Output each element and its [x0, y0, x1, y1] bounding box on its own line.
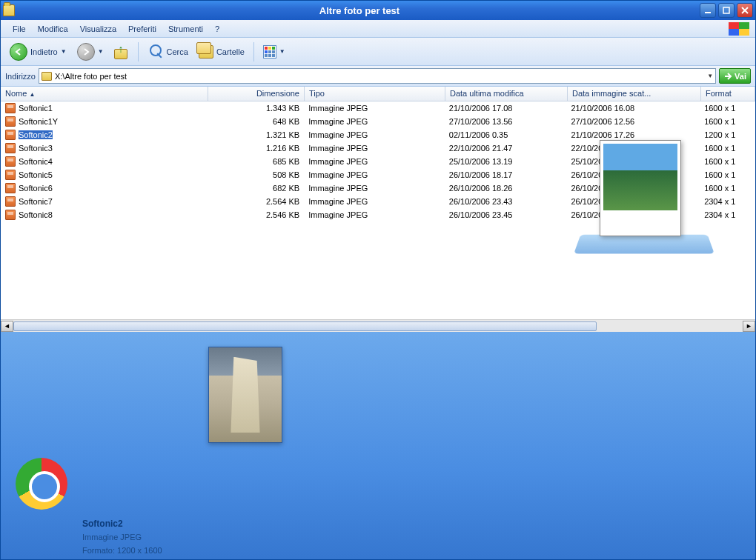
file-type: Immagine JPEG [304, 197, 445, 206]
views-dropdown-icon[interactable]: ▼ [279, 48, 285, 55]
horizontal-scrollbar[interactable]: ◄ ► [1, 319, 755, 332]
thumbnail-tooltip [577, 140, 711, 259]
scroll-right-button[interactable]: ► [743, 321, 755, 332]
file-date-mod: 26/10/2006 23.45 [445, 210, 567, 219]
col-data-img[interactable]: Data immagine scat... [568, 87, 701, 101]
search-button[interactable]: Cerca [143, 41, 193, 63]
sort-asc-icon: ▲ [29, 91, 35, 98]
file-date-img: 27/10/2006 12.56 [566, 117, 700, 126]
image-file-icon [5, 143, 16, 153]
scroll-track[interactable] [13, 321, 743, 332]
back-dropdown-icon[interactable]: ▼ [61, 48, 67, 55]
col-formato[interactable]: Format [701, 87, 755, 101]
views-icon [263, 45, 276, 59]
file-size: 508 KB [208, 170, 304, 179]
file-type: Immagine JPEG [304, 104, 445, 113]
up-button[interactable]: ↑ [110, 41, 133, 62]
folders-button[interactable]: Cartelle [194, 42, 249, 61]
col-nome[interactable]: Nome ▲ [1, 87, 208, 101]
file-format: 1600 x 1 [700, 104, 755, 113]
file-name: Softonic1Y [19, 117, 58, 126]
image-file-icon [5, 130, 16, 140]
file-size: 1.343 KB [208, 104, 304, 113]
file-name: Softonic3 [19, 144, 53, 153]
details-title: Softonic2 [82, 517, 273, 530]
file-date-mod: 22/10/2006 21.47 [445, 144, 567, 153]
minimize-button[interactable] [700, 3, 716, 18]
maximize-button[interactable] [718, 3, 735, 18]
back-label: Indietro [30, 47, 58, 56]
titlebar: Altre foto per test [1, 1, 755, 20]
menu-visualizza[interactable]: Visualizza [74, 22, 122, 36]
details-thumbnail [208, 347, 282, 443]
menu-file[interactable]: File [7, 22, 32, 36]
forward-dropdown-icon[interactable]: ▼ [98, 48, 104, 55]
file-name: Softonic6 [19, 184, 53, 193]
toolbar-separator [253, 42, 254, 61]
file-name: Softonic1 [19, 104, 53, 113]
windows-flag-icon[interactable] [729, 22, 749, 36]
file-date-mod: 25/10/2006 13.19 [445, 157, 567, 166]
forward-icon [77, 43, 95, 61]
file-name: Softonic7 [19, 197, 53, 206]
menu-help[interactable]: ? [209, 22, 225, 36]
scroll-left-button[interactable]: ◄ [1, 321, 13, 332]
folders-icon [199, 45, 213, 59]
file-list[interactable]: Softonic11.343 KBImmagine JPEG21/10/2006… [1, 101, 755, 319]
views-button[interactable]: ▼ [259, 42, 290, 61]
image-file-icon [5, 156, 16, 167]
address-input[interactable] [55, 72, 704, 81]
file-date-img: 21/10/2006 16.08 [566, 104, 700, 113]
file-type: Immagine JPEG [304, 117, 445, 126]
file-date-mod: 26/10/2006 18.26 [445, 184, 567, 193]
chrome-icon [16, 458, 67, 510]
go-button[interactable]: Vai [719, 68, 751, 84]
back-button[interactable]: Indietro ▼ [5, 40, 71, 64]
col-dimensione[interactable]: Dimensione [208, 87, 305, 101]
file-size: 2.546 KB [208, 210, 304, 219]
details-pane: Softonic2 Immagine JPEG Formato: 1200 x … [1, 332, 755, 560]
address-dropdown-icon[interactable]: ▼ [707, 73, 713, 79]
table-row[interactable]: Softonic1Y648 KBImmagine JPEG27/10/2006 … [1, 115, 755, 128]
file-type: Immagine JPEG [304, 210, 445, 219]
file-type: Immagine JPEG [304, 130, 445, 139]
file-type: Immagine JPEG [304, 184, 445, 193]
address-input-wrapper[interactable]: ▼ [39, 68, 716, 84]
file-size: 685 KB [208, 157, 304, 166]
file-date-mod: 02/11/2006 0.35 [445, 130, 567, 139]
table-row[interactable]: Softonic11.343 KBImmagine JPEG21/10/2006… [1, 101, 755, 115]
file-size: 2.564 KB [208, 197, 304, 206]
up-folder-icon: ↑ [114, 44, 129, 59]
address-folder-icon [42, 72, 52, 81]
file-size: 1.321 KB [208, 130, 304, 139]
details-formato: Formato: 1200 x 1600 [82, 544, 273, 557]
address-bar: Indirizzo ▼ Vai [1, 66, 755, 87]
file-name: Softonic8 [19, 210, 53, 219]
file-date-mod: 26/10/2006 23.43 [445, 197, 567, 206]
scroll-thumb[interactable] [13, 321, 597, 331]
file-date-mod: 26/10/2006 18.17 [445, 170, 567, 179]
search-icon [147, 44, 164, 60]
col-data-mod[interactable]: Data ultima modifica [445, 87, 568, 101]
menu-preferiti[interactable]: Preferiti [122, 22, 162, 36]
image-file-icon [5, 210, 16, 220]
go-label: Vai [735, 72, 746, 81]
file-format: 1600 x 1 [700, 117, 755, 126]
file-type: Immagine JPEG [304, 144, 445, 153]
file-date-mod: 27/10/2006 13.56 [445, 117, 567, 126]
menu-strumenti[interactable]: Strumenti [162, 22, 209, 36]
details-metadata: Softonic2 Immagine JPEG Formato: 1200 x … [82, 517, 273, 560]
file-date-mod: 21/10/2006 17.08 [445, 104, 567, 113]
column-headers: Nome ▲ Dimensione Tipo Data ultima modif… [1, 87, 755, 101]
menu-modifica[interactable]: Modifica [32, 22, 74, 36]
file-date-img: 21/10/2006 17.26 [566, 130, 700, 139]
forward-button[interactable]: ▼ [73, 40, 108, 64]
col-tipo[interactable]: Tipo [305, 87, 445, 101]
file-type: Immagine JPEG [304, 157, 445, 166]
file-name: Softonic4 [19, 157, 53, 166]
close-button[interactable] [737, 3, 753, 18]
file-name: Softonic5 [19, 170, 53, 179]
file-size: 1.216 KB [208, 144, 304, 153]
image-file-icon [5, 116, 16, 127]
details-type: Immagine JPEG [82, 530, 273, 544]
